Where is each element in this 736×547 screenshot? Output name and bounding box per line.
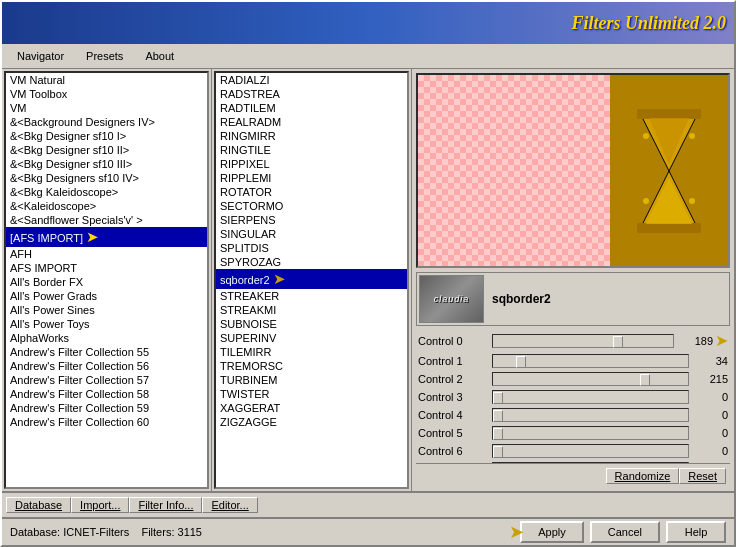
filter-list-item[interactable]: RIPPLEMI <box>216 171 407 185</box>
svg-marker-5 <box>646 178 692 224</box>
control-slider[interactable] <box>492 444 689 458</box>
control-row: Control 0189➤ <box>416 330 730 351</box>
action-buttons: ➤ Apply Cancel Help <box>509 521 726 543</box>
category-list-item[interactable]: VM <box>6 101 207 115</box>
filter-list-item[interactable]: RADTILEM <box>216 101 407 115</box>
randomize-button[interactable]: Randomize <box>606 468 680 484</box>
category-list-item[interactable]: All's Border FX <box>6 275 207 289</box>
content-area: VM NaturalVM ToolboxVM&<Background Desig… <box>2 69 734 491</box>
filters-label: Filters: <box>141 526 174 538</box>
tab-about[interactable]: About <box>134 46 185 66</box>
import-button[interactable]: Import... <box>71 497 129 513</box>
control-label: Control 2 <box>418 373 488 385</box>
category-list-item[interactable]: &<Bkg Designer sf10 II> <box>6 143 207 157</box>
svg-point-9 <box>689 198 695 204</box>
category-list-item[interactable]: [AFS IMPORT] ➤ <box>6 227 207 247</box>
filter-list-scroll[interactable]: RADIALZIRADSTREARADTILEMREALRADMRINGMIRR… <box>216 73 407 487</box>
filter-info-button[interactable]: Filter Info... <box>129 497 202 513</box>
right-panel: claudia sqborder2 Control 0189➤Control 1… <box>412 69 734 491</box>
category-list-item[interactable]: &<Bkg Designer sf10 I> <box>6 129 207 143</box>
title-bar: Filters Unlimited 2.0 <box>2 2 734 44</box>
filter-name-label: sqborder2 <box>492 292 551 306</box>
database-button[interactable]: Database <box>6 497 71 513</box>
category-list-item[interactable]: Andrew's Filter Collection 58 <box>6 387 207 401</box>
filter-list-item[interactable]: REALRADM <box>216 115 407 129</box>
reset-button[interactable]: Reset <box>679 468 726 484</box>
svg-rect-2 <box>637 109 701 119</box>
filter-list-item[interactable]: RINGMIRR <box>216 129 407 143</box>
menu-bar: Navigator Presets About <box>2 44 734 69</box>
category-list-item[interactable]: Andrew's Filter Collection 56 <box>6 359 207 373</box>
svg-rect-3 <box>637 223 701 233</box>
filter-list-item[interactable]: RADSTREA <box>216 87 407 101</box>
filter-list-item[interactable]: SECTORMO <box>216 199 407 213</box>
filter-list-item[interactable]: SPYROZAG <box>216 255 407 269</box>
filter-list-item[interactable]: SINGULAR <box>216 227 407 241</box>
hourglass-icon <box>634 106 704 236</box>
tab-presets[interactable]: Presets <box>75 46 134 66</box>
category-list-item[interactable]: VM Toolbox <box>6 87 207 101</box>
category-list-item[interactable]: &<Background Designers IV> <box>6 115 207 129</box>
control-label: Control 1 <box>418 355 488 367</box>
filter-list-item[interactable]: TURBINEM <box>216 373 407 387</box>
filter-list-item[interactable]: TWISTER <box>216 387 407 401</box>
category-list-scroll[interactable]: VM NaturalVM ToolboxVM&<Background Desig… <box>6 73 207 487</box>
control-slider[interactable] <box>492 334 674 348</box>
filter-list-item[interactable]: RADIALZI <box>216 73 407 87</box>
category-list-item[interactable]: All's Power Grads <box>6 289 207 303</box>
cancel-button[interactable]: Cancel <box>590 521 660 543</box>
control-slider[interactable] <box>492 390 689 404</box>
control-label: Control 0 <box>418 335 488 347</box>
filter-list-item[interactable]: RINGTILE <box>216 143 407 157</box>
filter-list-item[interactable]: TILEMIRR <box>216 345 407 359</box>
filter-list-item[interactable]: ZIGZAGGE <box>216 415 407 429</box>
control-slider[interactable] <box>492 354 689 368</box>
control-slider[interactable] <box>492 462 689 463</box>
filter-list-item[interactable]: XAGGERAT <box>216 401 407 415</box>
status-info: Database: ICNET-Filters Filters: 3115 <box>10 526 202 538</box>
control-slider[interactable] <box>492 372 689 386</box>
filter-list-item[interactable]: STREAKER <box>216 289 407 303</box>
category-list-item[interactable]: Andrew's Filter Collection 60 <box>6 415 207 429</box>
category-list-item[interactable]: &<Kaleidoscope> <box>6 199 207 213</box>
category-list-item[interactable]: &<Bkg Designer sf10 III> <box>6 157 207 171</box>
category-list-item[interactable]: All's Power Sines <box>6 303 207 317</box>
control-row: Control 40 <box>416 407 730 423</box>
editor-button[interactable]: Editor... <box>202 497 257 513</box>
main-toolbar: Database Import... Filter Info... Editor… <box>2 491 734 517</box>
filter-list-item[interactable]: SIERPENS <box>216 213 407 227</box>
category-list-item[interactable]: &<Bkg Kaleidoscope> <box>6 185 207 199</box>
filter-list-item[interactable]: ROTATOR <box>216 185 407 199</box>
category-list-item[interactable]: &<Bkg Designers sf10 IV> <box>6 171 207 185</box>
filter-list-item[interactable]: STREAKMI <box>216 303 407 317</box>
control-value: 0 <box>693 409 728 421</box>
category-list-item[interactable]: &<Sandflower Specials'v' > <box>6 213 207 227</box>
category-list-item[interactable]: AFH <box>6 247 207 261</box>
category-list-item[interactable]: All's Power Toys <box>6 317 207 331</box>
category-list-item[interactable]: Andrew's Filter Collection 55 <box>6 345 207 359</box>
filter-list-item[interactable]: TREMORSC <box>216 359 407 373</box>
database-label: Database: <box>10 526 60 538</box>
category-list-item[interactable]: AFS IMPORT <box>6 261 207 275</box>
filter-list-item[interactable]: SUPERINV <box>216 331 407 345</box>
filter-list-item[interactable]: sqborder2 ➤ <box>216 269 407 289</box>
tab-navigator[interactable]: Navigator <box>6 46 75 66</box>
control-value: 0 <box>693 427 728 439</box>
filters-value: 3115 <box>178 526 202 538</box>
filter-list-item[interactable]: RIPPIXEL <box>216 157 407 171</box>
control-label: Control 3 <box>418 391 488 403</box>
control-slider[interactable] <box>492 408 689 422</box>
filter-list-item[interactable]: SUBNOISE <box>216 317 407 331</box>
thumbnail-text: claudia <box>434 294 470 304</box>
category-list-item[interactable]: AlphaWorks <box>6 331 207 345</box>
filter-list-item[interactable]: SPLITDIS <box>216 241 407 255</box>
category-list-item[interactable]: Andrew's Filter Collection 59 <box>6 401 207 415</box>
thumbnail-row: claudia sqborder2 <box>416 272 730 326</box>
category-list-item[interactable]: VM Natural <box>6 73 207 87</box>
apply-button[interactable]: Apply <box>520 521 584 543</box>
checker-pattern <box>418 75 610 266</box>
control-value: 189 <box>678 335 713 347</box>
control-slider[interactable] <box>492 426 689 440</box>
help-button[interactable]: Help <box>666 521 726 543</box>
category-list-item[interactable]: Andrew's Filter Collection 57 <box>6 373 207 387</box>
